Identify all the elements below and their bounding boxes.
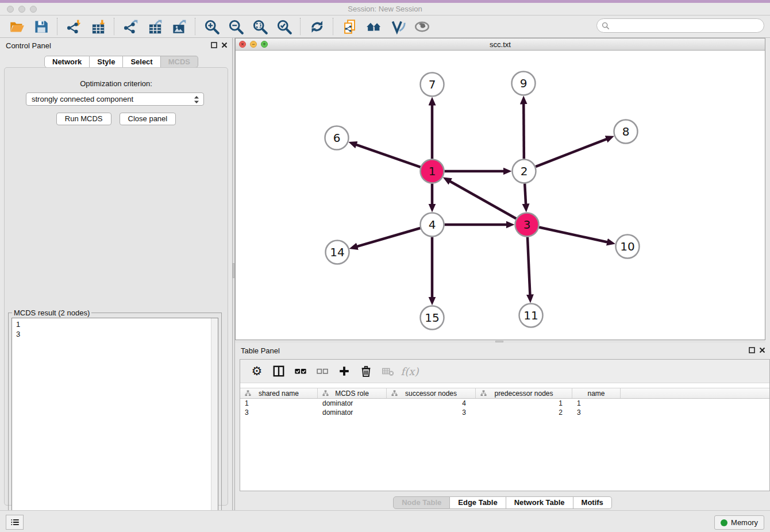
delete-icon[interactable] xyxy=(357,363,375,379)
refresh-icon[interactable] xyxy=(307,18,326,35)
gear-icon[interactable]: ⚙ xyxy=(248,363,265,379)
edge-2-3[interactable] xyxy=(525,183,526,205)
search-box[interactable] xyxy=(596,18,764,33)
table-cell[interactable]: 1 xyxy=(240,399,318,408)
main-toolbar xyxy=(0,16,770,38)
run-mcds-button[interactable]: Run MCDS xyxy=(56,113,111,125)
add-row-icon[interactable] xyxy=(336,363,353,379)
criterion-value: strongly connected component xyxy=(32,95,133,103)
unselect-all-icon[interactable] xyxy=(314,363,331,379)
home-icon[interactable] xyxy=(364,18,383,35)
network-from-file-icon[interactable] xyxy=(340,18,359,35)
control-panel-header: Control Panel xyxy=(0,38,232,53)
optimization-criterion-label: Optimization criterion: xyxy=(5,79,228,88)
result-scrollbar[interactable] xyxy=(211,318,218,522)
zoom-out-icon[interactable] xyxy=(226,18,245,35)
table-cell[interactable]: 2 xyxy=(476,408,572,417)
memory-status-dot xyxy=(721,519,727,526)
list-icon xyxy=(10,517,20,527)
tab-motifs[interactable]: Motifs xyxy=(573,496,612,509)
birdseye-view-icon[interactable] xyxy=(413,18,431,35)
node-table[interactable]: shared nameMCDS rolesuccessor nodesprede… xyxy=(240,388,769,417)
criterion-select[interactable]: strongly connected component xyxy=(26,92,204,106)
table-cell[interactable]: 3 xyxy=(387,408,476,417)
splitter-grip[interactable] xyxy=(495,341,503,342)
node-label-8: 8 xyxy=(622,125,630,138)
toolbar-separator xyxy=(114,18,114,35)
edge-3-10[interactable] xyxy=(539,228,608,242)
edge-4-14[interactable] xyxy=(356,228,420,246)
memory-button[interactable]: Memory xyxy=(714,515,764,530)
splitter-grip[interactable] xyxy=(233,263,234,278)
graphics-details-icon[interactable] xyxy=(388,18,407,35)
tab-style[interactable]: Style xyxy=(90,56,123,68)
float-panel-icon[interactable] xyxy=(211,42,217,48)
close-panel-button[interactable]: Close panel xyxy=(120,113,176,125)
delete-table-icon[interactable] xyxy=(379,363,396,379)
import-table-icon[interactable] xyxy=(88,18,107,35)
mcds-result-title: MCDS result (2 nodes) xyxy=(12,309,91,317)
node-label-2: 2 xyxy=(521,164,528,178)
columns-icon[interactable] xyxy=(270,363,287,379)
column-header-name[interactable]: name xyxy=(572,388,621,398)
edge-1-6[interactable] xyxy=(356,144,421,167)
tab-mcds[interactable]: MCDS xyxy=(161,56,198,68)
edge-3-1[interactable] xyxy=(449,181,516,219)
tab-network-table[interactable]: Network Table xyxy=(506,496,573,509)
memory-label: Memory xyxy=(731,518,758,527)
tab-select[interactable]: Select xyxy=(123,56,160,68)
close-panel-icon[interactable] xyxy=(759,347,765,353)
select-all-icon[interactable] xyxy=(292,363,309,379)
column-header-predecessor-nodes[interactable]: predecessor nodes xyxy=(476,388,572,398)
node-label-14: 14 xyxy=(330,245,344,259)
task-history-button[interactable] xyxy=(6,515,24,530)
table-panel-header: Table Panel xyxy=(235,343,770,358)
tab-network[interactable]: Network xyxy=(44,56,90,68)
table-cell[interactable]: 3 xyxy=(572,408,621,417)
float-panel-icon[interactable] xyxy=(749,347,755,353)
save-icon[interactable] xyxy=(32,18,50,35)
table-cell[interactable]: 1 xyxy=(476,399,572,408)
network-canvas[interactable]: 7968124314101511 xyxy=(236,51,765,340)
zoom-in-icon[interactable] xyxy=(202,18,221,35)
table-cell[interactable]: 3 xyxy=(240,408,318,417)
table-cell[interactable]: 1 xyxy=(572,399,621,408)
export-image-icon[interactable] xyxy=(170,18,188,35)
table-cell[interactable]: 4 xyxy=(387,399,476,408)
mcds-result-box: 1 3 xyxy=(11,318,218,523)
node-label-9: 9 xyxy=(520,76,528,90)
table-panel-title: Table Panel xyxy=(241,346,280,355)
node-label-6: 6 xyxy=(333,131,341,145)
zoom-fit-icon[interactable] xyxy=(251,18,269,35)
toolbar-separator xyxy=(195,18,195,35)
close-panel-icon[interactable] xyxy=(221,42,228,48)
zoom-selected-icon[interactable] xyxy=(275,18,293,35)
tab-node-table[interactable]: Node Table xyxy=(393,496,450,509)
table-cell[interactable]: dominator xyxy=(318,399,387,408)
table-row[interactable]: 3dominator323 xyxy=(240,408,769,417)
export-table-icon[interactable] xyxy=(145,18,164,35)
import-network-icon[interactable] xyxy=(64,18,83,35)
column-header-MCDS-role[interactable]: MCDS role xyxy=(318,388,387,398)
window-title: Session: New Session xyxy=(0,5,770,13)
table-cell[interactable]: dominator xyxy=(318,408,387,417)
function-builder-icon[interactable]: f(x) xyxy=(401,363,418,379)
toolbar-separator xyxy=(300,18,301,35)
column-header-shared-name[interactable]: shared name xyxy=(240,388,318,398)
node-label-10: 10 xyxy=(620,240,634,253)
network-window-titlebar[interactable]: × − + scc.txt xyxy=(236,38,765,51)
column-header-successor-nodes[interactable]: successor nodes xyxy=(387,388,476,398)
edge-2-8[interactable] xyxy=(536,139,607,167)
search-input[interactable] xyxy=(610,20,764,32)
window-titlebar: Session: New Session xyxy=(0,3,770,16)
table-tabs: Node TableEdge TableNetwork TableMotifs xyxy=(235,496,770,509)
export-network-icon[interactable] xyxy=(121,18,140,35)
node-label-1: 1 xyxy=(429,164,436,178)
open-folder-icon[interactable] xyxy=(7,18,26,35)
table-row[interactable]: 1dominator411 xyxy=(240,399,769,408)
table-toolbar: ⚙f(x) xyxy=(240,360,769,383)
edge-2-9[interactable] xyxy=(523,103,524,159)
tab-edge-table[interactable]: Edge Table xyxy=(450,496,506,509)
status-bar: Memory xyxy=(0,510,770,532)
edge-3-11[interactable] xyxy=(528,237,530,295)
